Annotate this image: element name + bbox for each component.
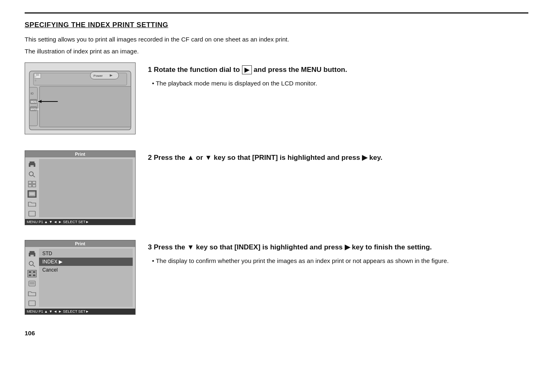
menu1-content-area [39,159,133,217]
menu2-item-std: STD [39,249,133,258]
menu2-items-area: STD INDEX ▶ Cancel [39,249,133,307]
step2-row: Print [25,150,528,225]
top-rule [25,12,528,14]
menu-icon-frame [28,210,37,217]
svg-rect-40 [29,281,35,286]
menu2-icon-index [28,270,37,277]
svg-point-21 [29,172,33,176]
step2-image: Print [25,150,136,225]
menu2-icon-print [28,250,37,258]
menu2-icon-zoom [28,260,37,267]
step1-number: 1 [148,66,152,74]
step3-row: Print [25,240,528,315]
menu-icon-print [28,161,37,168]
svg-rect-32 [30,251,35,253]
step3-bullet: • The display to confirm whether you pri… [152,256,528,266]
svg-text:○: ○ [35,75,36,78]
step3-content: 3 Press the ▼ key so that [INDEX] is hig… [148,240,528,265]
svg-rect-33 [30,255,34,256]
step2-number: 2 [148,154,152,161]
svg-rect-39 [32,274,36,277]
svg-rect-15 [39,86,131,127]
svg-text:IO: IO [30,92,34,95]
svg-rect-23 [28,181,32,184]
svg-rect-30 [29,211,35,216]
step1-bullet: • The playback mode menu is displayed on… [152,79,528,88]
menu2-title-bar: Print [25,240,135,247]
menu1-bottom-bar: MENU P1 ▲ ▼ ◄ ► SELECT SET► [25,219,135,225]
svg-rect-25 [28,184,32,187]
menu2-bottom-bar: MENU P1 ▲ ▼ ◄ ► SELECT SET► [25,309,135,314]
menu2-icon-folder [28,290,37,297]
page-number: 106 [25,330,528,337]
svg-text:○: ○ [35,79,36,82]
menu2-icon-print2 [28,280,37,287]
step1-row: Power ○ ○ IO MENU ENTER 1 [25,62,528,136]
step2-content: 2 Press the ▲ or ▼ key so that [PRINT] i… [148,150,528,167]
intro-line-2: The illustration of index print as an im… [25,47,528,56]
svg-line-35 [33,265,35,267]
step1-heading: 1 Rotate the function dial to ▶ and pres… [148,65,528,75]
svg-rect-37 [32,271,36,273]
svg-rect-38 [28,274,32,277]
step1-image: Power ○ ○ IO MENU ENTER [25,62,136,136]
svg-text:MENU: MENU [30,101,37,103]
svg-text:Power: Power [94,74,103,78]
step1-content: 1 Rotate the function dial to ▶ and pres… [148,62,528,88]
step1-heading-text: Rotate the function dial to ▶ and press … [154,66,347,74]
svg-line-22 [33,175,35,177]
step3-image: Print [25,240,136,315]
svg-text:ENTER: ENTER [30,108,39,111]
svg-point-34 [29,261,33,265]
svg-rect-24 [32,181,36,184]
svg-rect-20 [30,165,34,167]
step2-heading: 2 Press the ▲ or ▼ key so that [PRINT] i… [148,153,528,163]
svg-rect-36 [28,271,32,273]
menu-icon-print2 [28,190,37,198]
menu2-item-index: INDEX ▶ [39,258,133,266]
menu2-item-cancel: Cancel [39,266,133,274]
svg-rect-26 [32,184,36,187]
menu2-icon-frame [28,300,37,307]
section-title: SPECIFYING THE INDEX PRINT SETTING [25,21,528,29]
intro-line-1: This setting allows you to print all ima… [25,35,528,44]
svg-rect-19 [30,161,35,164]
menu-icon-index [28,180,37,188]
svg-rect-27 [29,191,35,196]
menu-icon-folder [28,200,37,208]
svg-rect-43 [29,301,35,306]
menu1-title-bar: Print [25,151,135,157]
menu-icon-zoom [28,171,37,178]
step3-heading: 3 Press the ▼ key so that [INDEX] is hig… [148,242,528,252]
step3-number: 3 [148,243,152,251]
